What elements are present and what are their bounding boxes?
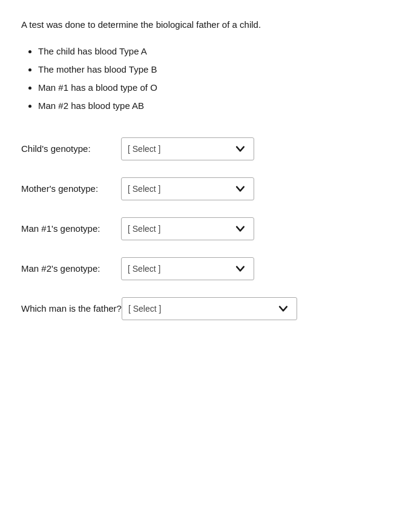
- select-mother-genotype[interactable]: [ Select ]: [121, 177, 254, 200]
- chevron-down-icon: [233, 222, 248, 236]
- form-row-child-genotype: Child's genotype:[ Select ]: [21, 137, 399, 160]
- form-row-man1-genotype: Man #1's genotype:[ Select ]: [21, 217, 399, 240]
- form-row-which-father: Which man is the father?[ Select ]: [21, 297, 399, 320]
- select-child-genotype[interactable]: [ Select ]: [121, 137, 254, 160]
- select-text-child-genotype: [ Select ]: [128, 144, 203, 154]
- select-text-man1-genotype: [ Select ]: [128, 224, 203, 234]
- label-man1-genotype: Man #1's genotype:: [21, 223, 121, 234]
- select-which-father[interactable]: [ Select ]: [122, 297, 297, 320]
- chevron-down-icon: [276, 301, 290, 316]
- select-man1-genotype[interactable]: [ Select ]: [121, 217, 254, 240]
- label-man2-genotype: Man #2's genotype:: [21, 263, 121, 274]
- bullet-item: The child has blood Type A: [38, 44, 399, 59]
- chevron-down-icon: [233, 142, 248, 156]
- bullet-item: Man #1 has a blood type of O: [38, 80, 399, 95]
- chevron-down-icon: [233, 261, 248, 276]
- main-container: A test was done to determine the biologi…: [0, 0, 420, 355]
- select-text-mother-genotype: [ Select ]: [128, 184, 203, 194]
- label-child-genotype: Child's genotype:: [21, 143, 121, 154]
- form-row-mother-genotype: Mother's genotype:[ Select ]: [21, 177, 399, 200]
- bullet-list: The child has blood Type AThe mother has…: [21, 44, 399, 113]
- label-mother-genotype: Mother's genotype:: [21, 183, 121, 194]
- intro-text: A test was done to determine the biologi…: [21, 18, 399, 32]
- chevron-down-icon: [233, 182, 248, 196]
- bullet-item: Man #2 has blood type AB: [38, 99, 399, 113]
- select-text-which-father: [ Select ]: [128, 304, 246, 314]
- form-row-man2-genotype: Man #2's genotype:[ Select ]: [21, 257, 399, 280]
- bullet-item: The mother has blood Type B: [38, 62, 399, 77]
- label-which-father: Which man is the father?: [21, 303, 122, 314]
- select-text-man2-genotype: [ Select ]: [128, 264, 203, 274]
- form-fields: Child's genotype:[ Select ] Mother's gen…: [21, 137, 399, 320]
- select-man2-genotype[interactable]: [ Select ]: [121, 257, 254, 280]
